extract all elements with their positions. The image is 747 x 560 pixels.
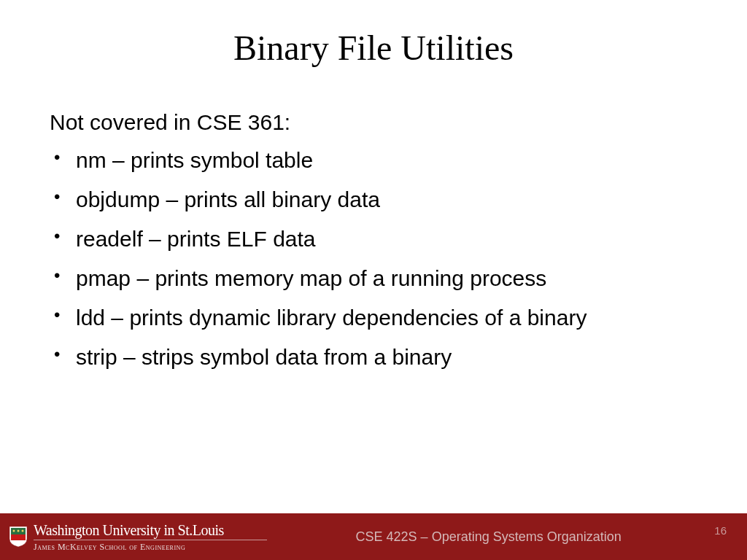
page-number: 16 <box>714 524 747 550</box>
svg-point-2 <box>13 530 15 532</box>
university-logo: Washington University in St.Louis James … <box>0 523 292 551</box>
svg-rect-1 <box>11 534 26 540</box>
list-item: nm – prints symbol table <box>50 145 697 176</box>
list-item: strip – strips symbol data from a binary <box>50 342 697 373</box>
svg-point-4 <box>22 530 24 532</box>
svg-point-3 <box>18 530 20 532</box>
slide-content: Not covered in CSE 361: nm – prints symb… <box>0 75 747 373</box>
list-item: readelf – prints ELF data <box>50 224 697 254</box>
slide-footer: Washington University in St.Louis James … <box>0 513 747 560</box>
university-name: Washington University in St.Louis <box>34 523 267 537</box>
intro-text: Not covered in CSE 361: <box>50 110 697 135</box>
school-name: James McKelvey School of Engineering <box>34 542 267 551</box>
logo-divider <box>34 540 267 540</box>
bullet-list: nm – prints symbol table objdump – print… <box>50 145 697 373</box>
slide-title: Binary File Utilities <box>0 0 747 75</box>
list-item: objdump – prints all binary data <box>50 184 697 215</box>
list-item: ldd – prints dynamic library dependencie… <box>50 303 697 333</box>
course-info: CSE 422S – Operating Systems Organizatio… <box>292 529 714 545</box>
shield-icon <box>9 526 28 548</box>
list-item: pmap – prints memory map of a running pr… <box>50 263 697 294</box>
